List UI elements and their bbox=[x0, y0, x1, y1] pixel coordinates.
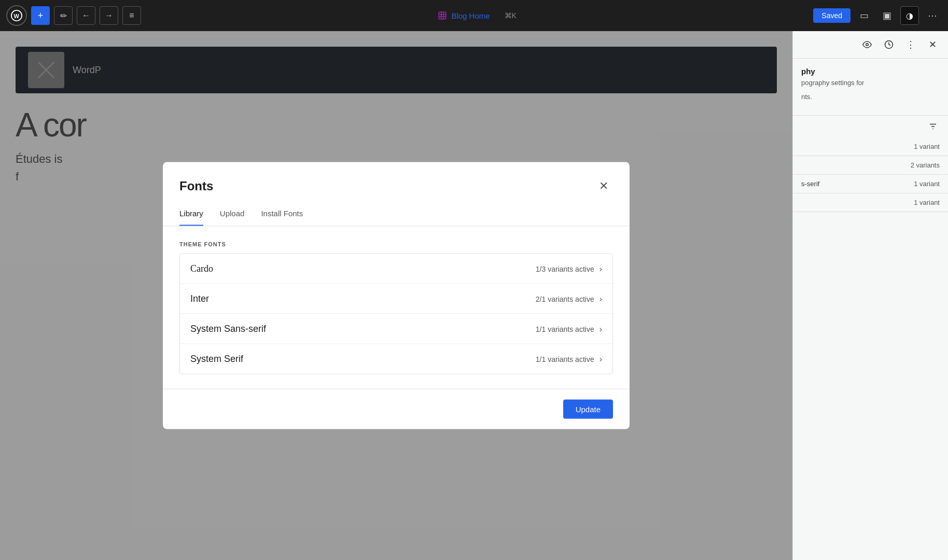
font-system-serif-variants: 1/1 variants active bbox=[536, 355, 594, 363]
tab-install-fonts[interactable]: Install Fonts bbox=[261, 202, 303, 226]
right-font-variants-2: 1 variant bbox=[914, 180, 940, 188]
right-panel-title: phy bbox=[801, 67, 940, 76]
font-item-system-sans[interactable]: System Sans-serif 1/1 variants active › bbox=[180, 314, 612, 344]
panel-close-button[interactable]: ✕ bbox=[923, 35, 942, 54]
font-name-system-sans: System Sans-serif bbox=[190, 324, 266, 334]
redo-button[interactable]: → bbox=[100, 6, 118, 25]
undo-button[interactable]: ← bbox=[77, 6, 95, 25]
chevron-right-icon: › bbox=[600, 264, 602, 273]
top-toolbar: W + ✏ ← → ≡ Blog Home ⌘K Saved ▭ ▣ ◑ ⋯ bbox=[0, 0, 948, 31]
right-panel: ⋮ ✕ phy pography settings for nts. 1 var… bbox=[792, 31, 948, 560]
right-font-row-1: 2 variants bbox=[793, 156, 948, 175]
toolbar-center: Blog Home ⌘K bbox=[145, 11, 809, 20]
main-area: WordP A cor Études is f Fonts ✕ Library … bbox=[0, 31, 948, 560]
font-system-sans-right: 1/1 variants active › bbox=[536, 324, 602, 333]
panel-more-button[interactable]: ⋮ bbox=[901, 35, 920, 54]
font-item-system-serif[interactable]: System Serif 1/1 variants active › bbox=[180, 344, 612, 374]
blog-home-button[interactable]: Blog Home bbox=[438, 11, 490, 20]
font-inter-variants: 2/1 variants active bbox=[536, 295, 594, 303]
blog-home-label: Blog Home bbox=[451, 11, 490, 20]
chevron-right-icon-3: › bbox=[600, 324, 602, 333]
font-inter-right: 2/1 variants active › bbox=[536, 294, 602, 303]
font-system-serif-right: 1/1 variants active › bbox=[536, 354, 602, 363]
right-font-rows: 1 variant 2 variants s-serif 1 variant 1… bbox=[793, 137, 948, 212]
canvas-area: WordP A cor Études is f Fonts ✕ Library … bbox=[0, 31, 792, 560]
font-cardo-right: 1/3 variants active › bbox=[536, 264, 602, 273]
right-font-variants-0: 1 variant bbox=[914, 143, 940, 150]
more-button[interactable]: ⋯ bbox=[923, 6, 942, 25]
chevron-right-icon-2: › bbox=[600, 294, 602, 303]
chevron-right-icon-4: › bbox=[600, 354, 602, 363]
right-panel-toolbar: ⋮ ✕ bbox=[793, 31, 948, 59]
tab-upload[interactable]: Upload bbox=[220, 202, 245, 226]
right-font-name-2: s-serif bbox=[801, 180, 819, 188]
update-button[interactable]: Update bbox=[563, 400, 613, 419]
right-font-variants-3: 1 variant bbox=[914, 199, 940, 206]
filter-button[interactable] bbox=[926, 120, 940, 133]
svg-text:W: W bbox=[14, 13, 20, 19]
history-button[interactable] bbox=[880, 35, 898, 54]
theme-fonts-label: THEME FONTS bbox=[179, 241, 613, 247]
right-panel-desc1: pography settings for bbox=[801, 79, 940, 87]
font-list: Cardo 1/3 variants active › Inter 2/1 va… bbox=[179, 254, 613, 374]
font-system-sans-variants: 1/1 variants active bbox=[536, 325, 594, 333]
right-font-row-3: 1 variant bbox=[793, 193, 948, 212]
filter-icon-row bbox=[793, 116, 948, 137]
cmd-k-label: ⌘K bbox=[505, 11, 517, 20]
tab-library[interactable]: Library bbox=[179, 202, 203, 226]
modal-close-button[interactable]: ✕ bbox=[594, 177, 613, 195]
font-name-system-serif: System Serif bbox=[190, 354, 243, 365]
eye-button[interactable] bbox=[858, 35, 876, 54]
modal-tabs: Library Upload Install Fonts bbox=[163, 202, 630, 227]
sidebar-button[interactable]: ▣ bbox=[877, 6, 896, 25]
font-name-cardo: Cardo bbox=[190, 263, 213, 274]
font-item-cardo[interactable]: Cardo 1/3 variants active › bbox=[180, 254, 612, 284]
modal-header: Fonts ✕ bbox=[163, 162, 630, 195]
right-font-row-2: s-serif 1 variant bbox=[793, 175, 948, 193]
wp-logo[interactable]: W bbox=[6, 5, 27, 26]
list-button[interactable]: ≡ bbox=[122, 6, 141, 25]
fonts-modal: Fonts ✕ Library Upload Install Fonts THE… bbox=[163, 162, 630, 429]
modal-title: Fonts bbox=[179, 179, 213, 193]
font-item-inter[interactable]: Inter 2/1 variants active › bbox=[180, 284, 612, 314]
pencil-button[interactable]: ✏ bbox=[54, 6, 73, 25]
modal-body: THEME FONTS Cardo 1/3 variants active › … bbox=[163, 227, 630, 389]
svg-rect-2 bbox=[439, 12, 447, 19]
saved-button[interactable]: Saved bbox=[813, 8, 851, 23]
svg-point-9 bbox=[866, 44, 869, 46]
right-panel-desc2: nts. bbox=[801, 93, 940, 101]
right-panel-section: phy pography settings for nts. bbox=[793, 59, 948, 116]
half-circle-button[interactable]: ◑ bbox=[900, 6, 919, 25]
font-cardo-variants: 1/3 variants active bbox=[536, 264, 594, 273]
right-font-row-0: 1 variant bbox=[793, 137, 948, 156]
toolbar-right: Saved ▭ ▣ ◑ ⋯ bbox=[813, 6, 942, 25]
add-button[interactable]: + bbox=[31, 6, 50, 25]
monitor-button[interactable]: ▭ bbox=[855, 6, 873, 25]
font-name-inter: Inter bbox=[190, 293, 209, 304]
modal-footer: Update bbox=[163, 389, 630, 429]
right-font-variants-1: 2 variants bbox=[911, 161, 940, 169]
